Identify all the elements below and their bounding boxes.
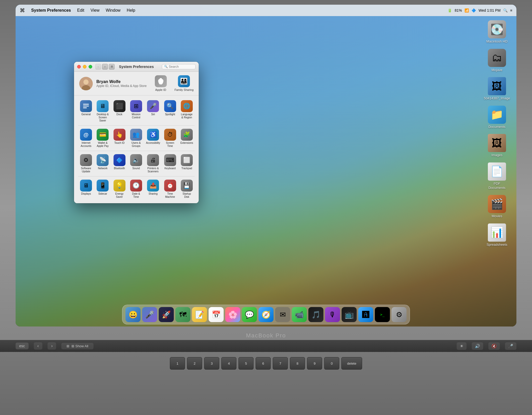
search-input[interactable] (169, 65, 193, 69)
pref-printers[interactable]: 🖨 Printers &Scanners (145, 153, 161, 175)
dock-siri[interactable]: 🎤 (142, 307, 157, 322)
dock-maps[interactable]: 🗺 (175, 307, 190, 322)
dock-photos[interactable]: 🌸 (225, 307, 240, 322)
pref-trackpad[interactable]: ⬜ Trackpad (179, 153, 195, 175)
pref-internet[interactable]: @ InternetAccounts (78, 127, 94, 149)
brightness-key[interactable]: ☀ (457, 342, 467, 350)
desktop-icon-mojave[interactable]: 🗂 Mojave (485, 49, 509, 72)
pref-siri[interactable]: 🎤 Siri (145, 99, 161, 124)
volume-key[interactable]: 🔊 (472, 342, 483, 350)
key-delete[interactable]: delete (341, 357, 362, 370)
pref-mission[interactable]: ⊞ MissionControl (128, 99, 144, 124)
dock-music[interactable]: 🎵 (308, 307, 323, 322)
key-3[interactable]: 3 (204, 357, 219, 370)
search-menu-icon[interactable]: 🔍 (503, 8, 508, 12)
pref-network[interactable]: 📡 Network (95, 153, 110, 175)
search-bar[interactable]: 🔍 (162, 64, 196, 69)
key-1[interactable]: 1 (170, 357, 185, 370)
pref-sharing[interactable]: 📤 Sharing (145, 178, 161, 200)
pref-bluetooth[interactable]: 🔷 Bluetooth (112, 153, 127, 175)
key-4[interactable]: 4 (221, 357, 236, 370)
pref-displays[interactable]: 🖥 Displays (78, 178, 94, 200)
key-0[interactable]: 0 (324, 357, 339, 370)
dock-notes[interactable]: 📝 (192, 307, 207, 322)
pref-sidecar[interactable]: 📱 Sidecar (95, 178, 110, 200)
dock-mail[interactable]: ✉ (275, 307, 290, 322)
menu-help[interactable]: Help (127, 8, 135, 13)
forward-button[interactable]: › (102, 64, 108, 70)
back-key[interactable]: ‹ (34, 342, 42, 350)
dock-finder[interactable]: 😀 (125, 307, 141, 322)
key-7[interactable]: 7 (273, 357, 288, 370)
pref-datetime[interactable]: 🕐 Date & Time (128, 178, 144, 200)
pref-dock[interactable]: ⬛ Dock (112, 99, 127, 124)
mute-key[interactable]: 🔇 (488, 342, 500, 350)
desktop-icon-images[interactable]: 🖼 Images (485, 134, 509, 157)
desktop-icon-image-file[interactable]: 🖼 50414387_Image (485, 77, 509, 100)
dock-tv[interactable]: 📺 (342, 307, 357, 322)
pref-accessibility[interactable]: ♿ Accessibility (145, 127, 161, 149)
dock-messages[interactable]: 💬 (242, 307, 257, 322)
menu-view[interactable]: View (91, 8, 99, 13)
family-sharing-icon-item[interactable]: 👨‍👩‍👧 Family Sharing (175, 75, 194, 92)
avatar-image (79, 77, 93, 90)
pref-timemachine[interactable]: ⏰ TimeMachine (162, 178, 178, 200)
desktop-icon-documents[interactable]: 📁 Documents (485, 106, 509, 129)
dock-safari[interactable]: 🧭 (258, 307, 274, 322)
back-button[interactable]: ‹ (95, 64, 101, 70)
pref-sound[interactable]: 🔈 Sound (128, 153, 144, 175)
esc-key[interactable]: esc (16, 343, 29, 349)
user-avatar[interactable] (79, 77, 93, 90)
desktop-icon-pdf-documents[interactable]: 📄 PDF Documents (485, 162, 509, 190)
dock-launchpad[interactable]: 🚀 (159, 307, 174, 322)
dock-calendar[interactable]: 📅 (209, 307, 224, 322)
dock-sysprefs[interactable]: ⚙ (391, 307, 407, 322)
siri-key[interactable]: 🎤 (505, 342, 516, 350)
close-button[interactable] (77, 65, 81, 69)
pref-screentime[interactable]: ⏱ Screen Time (162, 127, 178, 149)
dock-facetime[interactable]: 📹 (292, 307, 307, 322)
pref-softwareupdate[interactable]: ⚙ SoftwareUpdate (78, 153, 94, 175)
desktop-icon-movies[interactable]: 🎬 Movies (485, 195, 509, 218)
bluetooth-icon[interactable]: 🔷 (471, 8, 476, 12)
grid-view-button[interactable]: ⊞ (109, 64, 115, 70)
user-name: Bryan Wolfe (96, 79, 151, 84)
notification-icon[interactable]: ≡ (510, 8, 512, 12)
show-all-key[interactable]: ⊞ ⊞ Show All (61, 343, 93, 349)
battery-icon: 🔋 (448, 8, 452, 12)
pref-extensions[interactable]: 🧩 Extensions (179, 127, 195, 149)
dock-appstore[interactable]: 🅰 (358, 307, 373, 322)
pref-desktop[interactable]: 🖥 Desktop &Screen Saver (95, 99, 110, 124)
pref-general[interactable]: General (78, 99, 94, 124)
pref-users[interactable]: 👥 Users &Groups (128, 127, 144, 149)
apple-menu[interactable]: ⌘ (20, 7, 25, 13)
forward-key[interactable]: › (48, 342, 56, 350)
menu-window[interactable]: Window (106, 8, 121, 13)
key-8[interactable]: 8 (290, 357, 305, 370)
wifi-icon[interactable]: 📶 (464, 8, 469, 12)
pref-spotlight[interactable]: 🔍 Spotlight (162, 99, 178, 124)
key-6[interactable]: 6 (256, 357, 271, 370)
desktop-icon-macintosh-hd[interactable]: 💽 Macintosh HD (485, 20, 509, 44)
row-divider-3 (78, 176, 195, 176)
maximize-button[interactable] (89, 65, 92, 69)
pref-keyboard[interactable]: ⌨ Keyboard (162, 153, 178, 175)
pref-energy[interactable]: 💡 EnergySaver (112, 178, 127, 200)
minimize-button[interactable] (83, 65, 87, 69)
apple-id-icon-item[interactable]: Apple ID (155, 75, 167, 92)
desktop-icon-spreadsheets[interactable]: 📊 Spreadsheets (485, 223, 509, 247)
pref-language[interactable]: 🌐 Language& Region (179, 99, 195, 124)
menu-edit[interactable]: Edit (77, 8, 84, 13)
key-2[interactable]: 2 (187, 357, 202, 370)
dock-podcasts[interactable]: 🎙 (325, 307, 340, 322)
pref-startup[interactable]: 💾 StartupDisk (179, 178, 195, 200)
spreadsheets-icon: 📊 (488, 223, 506, 242)
dock-terminal[interactable]: >_ (375, 307, 390, 322)
key-5[interactable]: 5 (238, 357, 254, 370)
pref-touchid[interactable]: 👆 Touch ID (112, 127, 127, 149)
app-name-menu[interactable]: System Preferences (31, 8, 71, 13)
key-9[interactable]: 9 (307, 357, 322, 370)
window-title: System Preferences (119, 65, 154, 69)
user-profile-section: Bryan Wolfe Apple ID, iCloud, Media & Ap… (74, 72, 199, 96)
pref-wallet[interactable]: 💳 Wallet &Apple Pay (95, 127, 110, 149)
